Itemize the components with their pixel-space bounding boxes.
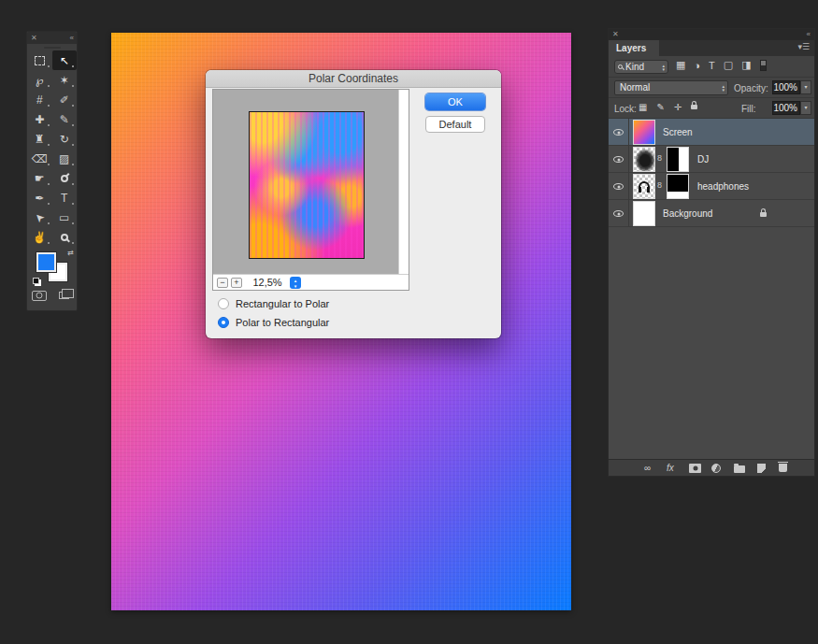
layers-tab[interactable]: Layers [609,40,659,56]
layer-thumbnail[interactable] [633,120,655,145]
collapse-panel-icon[interactable]: « [807,29,811,40]
shape-tool[interactable]: ▭ [52,208,78,227]
opacity-value[interactable]: 100% [772,80,800,94]
layer-row-dj[interactable]: 8 DJ [609,146,814,173]
dialog-title[interactable]: Polar Coordinates [206,70,501,88]
screen-mode-button[interactable] [52,288,78,303]
type-tool[interactable]: T [52,188,78,208]
zoom-tool[interactable] [52,227,78,247]
collapse-panel-icon[interactable]: « [70,32,74,44]
zoom-stepper[interactable]: ▴▾ [290,277,301,289]
rectangular-to-polar-option[interactable]: Rectangular to Polar [218,297,329,310]
layer-name[interactable]: DJ [697,154,709,165]
preview-thumbnail[interactable] [249,111,365,259]
move-tool[interactable]: ↖ [52,50,78,70]
clone-stamp-tool[interactable]: ♜ [27,129,52,149]
eyedropper-icon: ✐ [60,94,69,106]
lasso-tool[interactable]: ℘ [27,70,52,90]
layer-row-headphones[interactable]: 8 headphones [609,173,814,200]
layer-row-background[interactable]: Background [609,200,814,227]
filter-smart-objects-icon[interactable]: ◨ [741,59,751,71]
default-button[interactable]: Default [425,116,485,133]
default-colors-icon[interactable] [33,278,39,284]
foreground-color-swatch[interactable] [36,252,56,272]
quick-mask-icon [32,291,47,301]
headphones-image [639,181,650,190]
fill-dropdown-icon[interactable]: ▾ [800,101,811,115]
opacity-dropdown-icon[interactable]: ▾ [800,80,811,94]
pen-tool[interactable]: ✒ [27,188,52,208]
lasso-icon: ℘ [36,75,43,86]
layer-name[interactable]: Screen [663,127,693,137]
blend-mode-dropdown[interactable]: Normal ▴▾ [614,80,728,95]
visibility-toggle[interactable] [609,173,629,200]
layer-mask-thumbnail[interactable] [667,147,689,172]
gradient-bucket-tool[interactable]: ▨ [52,149,78,168]
marquee-tool[interactable] [27,50,52,70]
eraser-tool[interactable]: ⌫ [27,149,52,168]
preview-area [213,90,398,274]
preview-scrollbar[interactable] [398,90,409,274]
magic-wand-tool[interactable]: ✶ [52,70,78,90]
hand-tool[interactable]: ✌ [27,227,52,247]
brush-tool[interactable]: ✎ [52,109,78,129]
filter-type-layers-icon[interactable]: T [709,60,715,71]
eraser-icon: ⌫ [32,153,48,165]
adjustment-layer-icon[interactable] [711,464,721,476]
add-mask-icon[interactable] [689,464,701,476]
layer-thumbnail[interactable] [633,201,655,226]
kind-filter-dropdown[interactable]: Kind ▴▾ [614,60,668,74]
filter-pixel-layers-icon[interactable]: ▦ [676,59,685,71]
history-brush-icon: ↻ [60,134,69,145]
new-layer-icon[interactable] [757,464,766,476]
layer-mask-thumbnail[interactable] [667,174,689,199]
visibility-toggle[interactable] [609,146,629,173]
layer-style-icon[interactable]: fx [667,463,674,474]
lock-paint-icon[interactable]: ✎ [656,102,664,112]
preview-frame: − + 12,5% ▴▾ [212,89,409,291]
close-icon[interactable]: ✕ [612,29,619,40]
eyedropper-tool[interactable]: ✐ [52,90,78,109]
filter-toggle-icon[interactable] [760,60,767,71]
lock-all-icon[interactable] [691,105,697,109]
path-selection-tool[interactable]: ➤ [27,208,52,227]
layers-panel: ✕ « Layers ▾☰ Kind ▴▾ ▦ ◑ T ▢ ◨ N [608,28,815,477]
link-mask-icon[interactable]: 8 [657,180,662,190]
history-brush-tool[interactable]: ↻ [52,129,78,149]
layer-thumbnail[interactable] [633,174,655,199]
close-icon[interactable]: ✕ [31,32,37,44]
lock-position-icon[interactable]: ✛ [674,102,682,112]
visibility-toggle[interactable] [609,119,629,146]
quick-mask-button[interactable] [27,288,52,303]
ok-button[interactable]: OK [425,93,485,110]
fill-value[interactable]: 100% [772,101,800,115]
smudge-tool[interactable]: ☛ [27,168,52,188]
layer-thumbnail[interactable] [633,147,655,172]
swap-colors-icon[interactable]: ⇄ [67,249,74,257]
wand-icon: ✶ [60,75,69,86]
layer-row-screen[interactable]: Screen [609,119,814,146]
filter-adjustment-layers-icon[interactable]: ◑ [694,60,700,71]
polar-to-rectangular-option[interactable]: Polar to Rectangular [218,316,329,329]
link-layers-icon[interactable]: ∞ [644,463,651,474]
stamp-icon: ♜ [35,134,45,145]
radio-selected-icon[interactable] [218,317,229,328]
zoom-in-button[interactable]: + [231,278,242,288]
delete-layer-icon[interactable] [779,464,787,475]
panel-grip[interactable] [44,47,61,49]
shape-icon: ▭ [59,212,69,223]
new-group-icon[interactable] [734,465,745,476]
visibility-toggle[interactable] [609,200,629,227]
panel-menu-icon[interactable]: ▾☰ [797,42,810,51]
lock-transparent-icon[interactable]: ▦ [639,102,647,112]
dodge-tool[interactable] [52,168,78,188]
zoom-out-button[interactable]: − [217,278,228,288]
layer-name[interactable]: Background [663,208,712,219]
crop-tool[interactable]: # [27,90,52,109]
caret-down-icon: ▾ [662,67,665,71]
layer-name[interactable]: headphones [697,181,749,192]
filter-shape-layers-icon[interactable]: ▢ [724,59,733,71]
link-mask-icon[interactable]: 8 [657,153,662,163]
radio-unselected-icon[interactable] [218,298,229,309]
healing-brush-tool[interactable]: ✚ [27,109,52,129]
